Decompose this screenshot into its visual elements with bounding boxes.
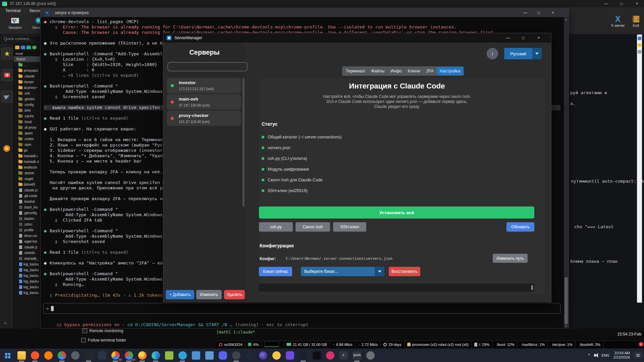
tab[interactable]: Ключи bbox=[405, 67, 423, 75]
file-row[interactable]: .npm bbox=[14, 142, 41, 147]
taskbar-app-button[interactable] bbox=[229, 349, 243, 362]
file-row[interactable]: .zshrc bbox=[14, 222, 41, 227]
folder-up-icon[interactable] bbox=[15, 46, 19, 49]
close-icon[interactable] bbox=[639, 342, 643, 347]
terminal-tab-title[interactable]: · запуск и проверка bbox=[52, 10, 89, 15]
taskbar-app-button[interactable] bbox=[136, 349, 149, 362]
taskbar-app-button[interactable] bbox=[82, 349, 95, 362]
server-list-item[interactable]: investor 173.212.212.157 [ssh] bbox=[167, 78, 241, 93]
tab[interactable]: Инфо bbox=[387, 67, 405, 75]
file-row[interactable]: .codex bbox=[14, 136, 41, 142]
edit-server-button[interactable]: Изменить bbox=[196, 290, 222, 299]
file-row[interactable]: mariadb-d bbox=[14, 159, 41, 165]
menu-terminal[interactable]: Terminal bbox=[5, 8, 20, 13]
current-path[interactable]: /root/ bbox=[14, 51, 41, 56]
file-row[interactable]: .ssh bbox=[14, 90, 41, 96]
checkbox-icon[interactable] bbox=[83, 328, 87, 333]
file-row[interactable]: ai-proxy~ bbox=[14, 85, 41, 90]
terminal-minimize-icon[interactable]: — bbox=[521, 9, 530, 16]
file-column-header[interactable]: Name bbox=[14, 56, 41, 62]
taskbar-app-button[interactable]: Quick bbox=[350, 349, 364, 362]
claude-code-input[interactable]: > bbox=[43, 303, 560, 314]
monitoring-close[interactable] bbox=[636, 341, 644, 348]
file-row[interactable]: .bashrc bbox=[14, 216, 41, 222]
info-button[interactable]: i bbox=[487, 48, 498, 59]
language-select[interactable]: Русский bbox=[504, 48, 542, 59]
taskbar-app-button[interactable] bbox=[68, 349, 82, 362]
component-button[interactable]: Скилл /ssh bbox=[296, 222, 330, 232]
tray-expand-icon[interactable]: ^ bbox=[588, 353, 590, 358]
follow-terminal-toggle[interactable]: Follow terminal folder bbox=[81, 338, 126, 343]
taskbar-app-button[interactable] bbox=[55, 349, 68, 362]
server-list-item[interactable]: proxy-checker 161.97.118.40 [ssh] bbox=[167, 111, 241, 126]
file-row[interactable]: .lesshst bbox=[14, 199, 41, 204]
taskbar-app-button[interactable] bbox=[364, 349, 377, 362]
file-row[interactable]: .bash_his bbox=[14, 204, 41, 210]
close-icon[interactable]: × bbox=[633, 0, 641, 7]
change-path-button[interactable]: Изменить путь bbox=[493, 254, 528, 263]
strip-star-icon[interactable] bbox=[638, 43, 641, 47]
file-row[interactable]: .claude.js bbox=[14, 187, 41, 193]
notification-badge[interactable]: 32 bbox=[634, 352, 642, 358]
taskbar-app-button[interactable] bbox=[176, 349, 189, 362]
file-row[interactable]: .profile bbox=[14, 227, 41, 233]
taskbar-app-button[interactable] bbox=[95, 349, 109, 362]
upload-icon[interactable] bbox=[26, 46, 31, 49]
tab[interactable]: Настройка bbox=[437, 67, 464, 75]
taskbar-app-button[interactable] bbox=[42, 349, 55, 362]
file-row[interactable]: .qwen bbox=[14, 130, 41, 136]
file-row[interactable]: dotnet9 bbox=[14, 182, 41, 187]
restore-icon[interactable]: □ bbox=[617, 0, 626, 7]
file-row[interactable]: log_backu bbox=[14, 273, 41, 279]
clock[interactable]: 10:54 AM 2/23/2026 bbox=[613, 351, 630, 360]
terminal-close-icon[interactable]: × bbox=[548, 9, 557, 16]
taskbar-app-button[interactable] bbox=[28, 349, 42, 362]
language-indicator[interactable]: ENG bbox=[601, 353, 609, 357]
sm-maximize-icon[interactable]: □ bbox=[520, 35, 527, 41]
strip-misc-icon[interactable] bbox=[638, 50, 641, 54]
tab[interactable]: 2FA bbox=[423, 67, 437, 75]
sidebar-collapse[interactable]: « bbox=[4, 320, 6, 325]
component-button[interactable]: SSH-ключ bbox=[333, 222, 366, 232]
refresh-icon[interactable] bbox=[32, 46, 37, 49]
taskbar-app-button[interactable] bbox=[189, 349, 203, 362]
browser-button[interactable] bbox=[1, 143, 12, 154]
terminal-scrollbar[interactable]: ▲ ▼ bbox=[564, 17, 569, 328]
file-row[interactable]: .kimi bbox=[14, 108, 41, 113]
taskbar-app-button[interactable] bbox=[283, 349, 297, 362]
taskbar-app-button[interactable] bbox=[297, 349, 310, 362]
taskbar-app-button[interactable] bbox=[149, 349, 162, 362]
start-button[interactable] bbox=[0, 349, 15, 362]
file-row[interactable]: .gitconfig bbox=[14, 210, 41, 216]
taskbar-app-button[interactable] bbox=[323, 349, 337, 362]
edge-sidebar-strip[interactable] bbox=[637, 35, 642, 303]
taskbar-app-button[interactable] bbox=[203, 349, 216, 362]
component-button[interactable]: ssh.py bbox=[259, 222, 293, 232]
file-row[interactable]: .dotnet bbox=[14, 170, 41, 176]
file-row[interactable]: myvpn bbox=[14, 79, 41, 85]
file-row[interactable]: log_backu bbox=[14, 284, 41, 290]
checkbox-icon[interactable] bbox=[81, 338, 86, 343]
session-button[interactable]: Session bbox=[5, 15, 25, 29]
file-row[interactable]: .wget-hst bbox=[14, 239, 41, 244]
x-server-shortcut[interactable]: X X server bbox=[608, 15, 627, 27]
file-row[interactable]: .mariadb_ bbox=[14, 256, 41, 261]
file-row[interactable]: .. bbox=[14, 62, 41, 68]
taskbar-app-button[interactable] bbox=[270, 349, 283, 362]
file-row[interactable]: log_backu bbox=[14, 290, 41, 296]
taskbar-app-button[interactable] bbox=[216, 349, 229, 362]
strip-pencil-icon[interactable] bbox=[638, 37, 641, 40]
backup-now-button[interactable]: Бэкап сейчас bbox=[259, 267, 292, 276]
tab[interactable]: Терминал bbox=[343, 67, 368, 75]
remote-monitoring-toggle[interactable]: Remote monitoring bbox=[83, 328, 123, 333]
server-list-scrollbar[interactable] bbox=[243, 78, 245, 207]
file-row[interactable]: proxyapis bbox=[14, 68, 41, 73]
file-row[interactable]: .viminfo bbox=[14, 250, 41, 256]
file-row[interactable]: log_backu bbox=[14, 267, 41, 273]
file-row[interactable]: .cache bbox=[14, 113, 41, 119]
taskbar-app-button[interactable] bbox=[15, 349, 28, 362]
tab[interactable]: Файлы bbox=[368, 67, 388, 75]
taskbar-app-button[interactable]: 20 bbox=[109, 349, 122, 362]
taskbar-app-button[interactable] bbox=[243, 349, 256, 362]
minimize-icon[interactable]: — bbox=[602, 0, 610, 7]
